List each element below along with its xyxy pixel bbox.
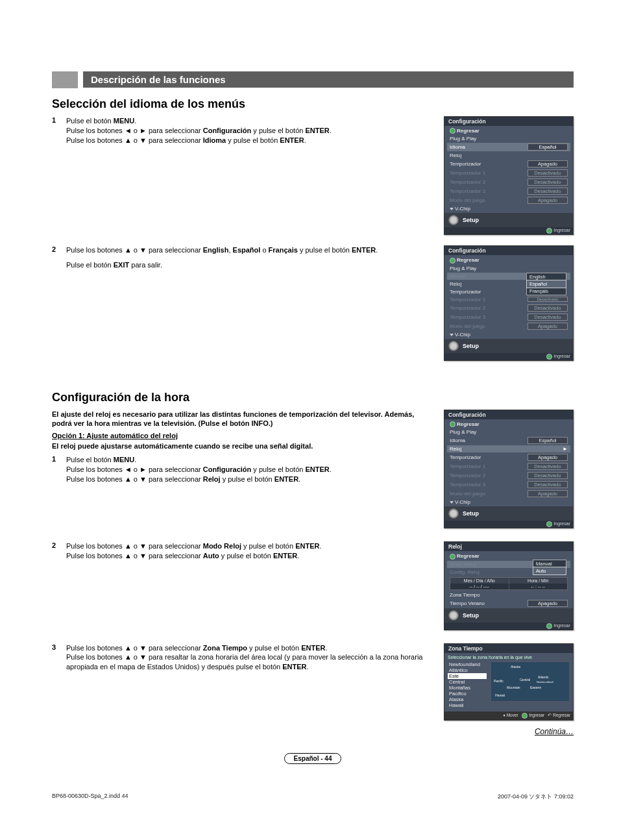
enter-icon bbox=[546, 623, 552, 629]
intro-text: El ajuste del reloj es necesario para ut… bbox=[52, 410, 435, 428]
step-body: Pulse los botones ▲ o ▼ para seleccionar… bbox=[66, 643, 435, 673]
section-accent bbox=[52, 71, 78, 88]
gear-icon bbox=[448, 215, 459, 225]
osd-zona-tiempo: Zona Tiempo Seleccionar la zona horaria … bbox=[444, 643, 574, 721]
note-text: El reloj puede ajustarse automáticamente… bbox=[52, 442, 435, 450]
osd-reloj: Reloj Regresar Modo Reloj Config. Reloj … bbox=[444, 541, 574, 630]
chevron-down-icon bbox=[450, 501, 454, 504]
gear-icon bbox=[448, 508, 459, 519]
step-body: Pulse el botón MENU. Pulse los botones ◄… bbox=[66, 116, 435, 145]
step-body: Pulse el botón MENU. Pulse los botones ◄… bbox=[66, 455, 435, 484]
enter-icon bbox=[546, 228, 552, 234]
zona-map: Alaska Pacific Mountain Central Eastern … bbox=[491, 661, 570, 702]
enter-icon bbox=[450, 128, 455, 134]
zona-list: Newfoundland Atlántico Este Central Mont… bbox=[448, 661, 487, 708]
osd-config-idioma-dropdown: Configuración Regresar Plug & Play Idiom… bbox=[444, 245, 574, 360]
chevron-down-icon bbox=[450, 208, 454, 210]
language-dropdown: English Español Français bbox=[526, 273, 566, 295]
enter-icon bbox=[546, 521, 552, 527]
continue-link: Continúa… bbox=[444, 727, 574, 736]
subsection-title-idioma: Selección del idioma de los menús bbox=[52, 97, 574, 111]
subsection-title-hora: Configuración de la hora bbox=[52, 391, 574, 404]
enter-icon bbox=[546, 354, 552, 360]
step-number: 1 bbox=[52, 455, 61, 484]
modo-reloj-dropdown: Manual Auto bbox=[533, 560, 566, 575]
enter-icon bbox=[450, 554, 455, 560]
enter-icon bbox=[522, 713, 528, 719]
step-body: Pulse los botones ▲ o ▼ para seleccionar… bbox=[66, 541, 435, 561]
step-number: 2 bbox=[52, 541, 61, 561]
osd-config-reloj: Configuración Regresar Plug & Play Idiom… bbox=[444, 410, 574, 528]
section-title-bar: Descripción de las funciones bbox=[83, 71, 574, 88]
step-body: Pulse los botones ▲ o ▼ para seleccionar… bbox=[66, 245, 435, 270]
footer-file: BP68-00630D-Spa_2.indd 44 bbox=[52, 793, 128, 801]
osd-config-idioma: Configuración Regresar Plug & Play Idiom… bbox=[444, 116, 574, 235]
step-number: 1 bbox=[52, 116, 61, 145]
option-header: Opción 1: Ajuste automático del reloj bbox=[52, 432, 435, 439]
enter-icon bbox=[450, 258, 455, 264]
gear-icon bbox=[448, 341, 459, 351]
enter-icon bbox=[450, 421, 455, 427]
step-number: 2 bbox=[52, 245, 61, 270]
page-number: Español - 44 bbox=[284, 753, 342, 764]
footer-timestamp: 2007-04-09 ソタネト 7:09:02 bbox=[498, 793, 574, 801]
chevron-down-icon bbox=[450, 334, 454, 336]
gear-icon bbox=[448, 610, 459, 621]
step-number: 3 bbox=[52, 643, 61, 673]
